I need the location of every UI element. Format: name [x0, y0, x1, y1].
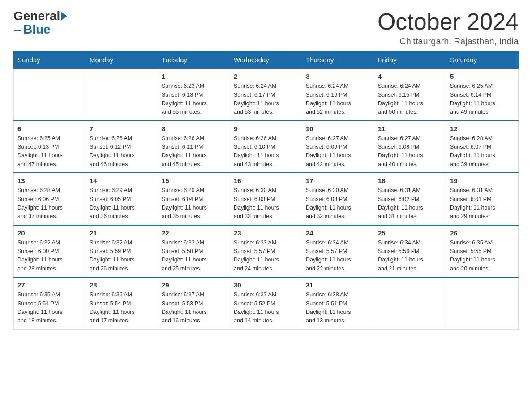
logo-line2: Blue — [14, 23, 51, 37]
weekday-header-saturday: Saturday — [446, 51, 519, 69]
calendar-cell: 30Sunrise: 6:37 AMSunset: 5:52 PMDayligh… — [230, 277, 302, 329]
calendar-cell: 8Sunrise: 6:26 AMSunset: 6:11 PMDaylight… — [158, 121, 230, 173]
day-info: Sunrise: 6:31 AMSunset: 6:02 PMDaylight:… — [378, 186, 442, 221]
logo-bar-icon — [14, 30, 21, 31]
day-info: Sunrise: 6:24 AMSunset: 6:17 PMDaylight:… — [234, 82, 298, 117]
day-number: 7 — [90, 125, 154, 133]
day-number: 13 — [17, 177, 82, 184]
day-info: Sunrise: 6:29 AMSunset: 6:05 PMDaylight:… — [90, 186, 154, 221]
calendar-cell: 31Sunrise: 6:38 AMSunset: 5:51 PMDayligh… — [302, 277, 374, 329]
calendar-cell: 19Sunrise: 6:31 AMSunset: 6:01 PMDayligh… — [446, 173, 519, 225]
day-number: 15 — [162, 177, 226, 184]
day-number: 3 — [306, 73, 370, 80]
day-number: 16 — [234, 177, 298, 184]
day-info: Sunrise: 6:30 AMSunset: 6:03 PMDaylight:… — [234, 186, 298, 221]
calendar-cell: 15Sunrise: 6:29 AMSunset: 6:04 PMDayligh… — [158, 173, 230, 225]
day-number: 6 — [17, 125, 82, 133]
weekday-header-sunday: Sunday — [14, 51, 86, 69]
calendar-cell: 29Sunrise: 6:37 AMSunset: 5:53 PMDayligh… — [158, 277, 230, 329]
calendar-cell: 24Sunrise: 6:34 AMSunset: 5:57 PMDayligh… — [302, 225, 374, 278]
calendar-week-row: 6Sunrise: 6:25 AMSunset: 6:13 PMDaylight… — [14, 121, 519, 173]
day-info: Sunrise: 6:37 AMSunset: 5:53 PMDaylight:… — [162, 291, 226, 325]
day-number: 8 — [162, 125, 226, 133]
calendar-cell: 11Sunrise: 6:27 AMSunset: 6:08 PMDayligh… — [374, 121, 446, 173]
day-info: Sunrise: 6:33 AMSunset: 5:58 PMDaylight:… — [162, 239, 226, 274]
day-number: 1 — [162, 73, 226, 80]
day-number: 29 — [162, 281, 226, 289]
day-number: 24 — [306, 229, 370, 237]
day-number: 30 — [234, 281, 298, 289]
day-number: 22 — [162, 229, 226, 237]
calendar-header-row: SundayMondayTuesdayWednesdayThursdayFrid… — [14, 51, 519, 69]
day-number: 4 — [378, 73, 442, 80]
weekday-header-friday: Friday — [374, 51, 446, 69]
page-header: General Blue October 2024 Chittaurgarh, … — [13, 9, 519, 47]
day-number: 9 — [234, 125, 298, 133]
day-number: 12 — [450, 125, 515, 133]
day-number: 10 — [306, 125, 370, 133]
calendar-cell: 13Sunrise: 6:28 AMSunset: 6:06 PMDayligh… — [14, 173, 86, 225]
day-info: Sunrise: 6:36 AMSunset: 5:54 PMDaylight:… — [90, 291, 154, 325]
day-info: Sunrise: 6:28 AMSunset: 6:06 PMDaylight:… — [17, 186, 82, 221]
day-number: 28 — [90, 281, 154, 289]
day-info: Sunrise: 6:26 AMSunset: 6:10 PMDaylight:… — [234, 134, 298, 169]
day-info: Sunrise: 6:25 AMSunset: 6:13 PMDaylight:… — [17, 134, 82, 169]
calendar-cell: 7Sunrise: 6:26 AMSunset: 6:12 PMDaylight… — [86, 121, 158, 173]
calendar-cell: 2Sunrise: 6:24 AMSunset: 6:17 PMDaylight… — [230, 68, 302, 121]
month-title: October 2024 — [378, 9, 519, 34]
day-info: Sunrise: 6:27 AMSunset: 6:09 PMDaylight:… — [306, 134, 370, 169]
calendar-cell: 22Sunrise: 6:33 AMSunset: 5:58 PMDayligh… — [158, 225, 230, 278]
weekday-header-monday: Monday — [86, 51, 158, 69]
calendar-cell: 12Sunrise: 6:28 AMSunset: 6:07 PMDayligh… — [446, 121, 519, 173]
day-number: 27 — [17, 281, 82, 289]
calendar-cell: 17Sunrise: 6:30 AMSunset: 6:03 PMDayligh… — [302, 173, 374, 225]
day-info: Sunrise: 6:29 AMSunset: 6:04 PMDaylight:… — [162, 186, 226, 221]
day-info: Sunrise: 6:35 AMSunset: 5:55 PMDaylight:… — [450, 239, 515, 274]
calendar-cell: 20Sunrise: 6:32 AMSunset: 6:00 PMDayligh… — [14, 225, 86, 278]
logo-arrow-icon — [61, 12, 67, 21]
calendar-cell: 21Sunrise: 6:32 AMSunset: 5:59 PMDayligh… — [86, 225, 158, 278]
logo: General Blue — [13, 9, 68, 37]
weekday-header-wednesday: Wednesday — [230, 51, 302, 69]
calendar-week-row: 1Sunrise: 6:23 AMSunset: 6:18 PMDaylight… — [14, 68, 519, 121]
weekday-header-tuesday: Tuesday — [158, 51, 230, 69]
day-info: Sunrise: 6:32 AMSunset: 5:59 PMDaylight:… — [90, 239, 154, 274]
day-number: 5 — [450, 73, 515, 80]
calendar-cell — [14, 68, 86, 121]
day-number: 18 — [378, 177, 442, 184]
calendar-cell — [374, 277, 446, 329]
day-info: Sunrise: 6:34 AMSunset: 5:57 PMDaylight:… — [306, 239, 370, 274]
day-info: Sunrise: 6:25 AMSunset: 6:14 PMDaylight:… — [450, 82, 515, 117]
day-number: 21 — [90, 229, 154, 237]
calendar-cell: 3Sunrise: 6:24 AMSunset: 6:16 PMDaylight… — [302, 68, 374, 121]
day-info: Sunrise: 6:26 AMSunset: 6:11 PMDaylight:… — [162, 134, 226, 169]
day-number: 20 — [17, 229, 82, 237]
calendar-cell: 1Sunrise: 6:23 AMSunset: 6:18 PMDaylight… — [158, 68, 230, 121]
calendar-cell: 23Sunrise: 6:33 AMSunset: 5:57 PMDayligh… — [230, 225, 302, 278]
day-number: 2 — [234, 73, 298, 80]
calendar-week-row: 20Sunrise: 6:32 AMSunset: 6:00 PMDayligh… — [14, 225, 519, 278]
calendar-cell: 25Sunrise: 6:34 AMSunset: 5:56 PMDayligh… — [374, 225, 446, 278]
calendar-cell: 27Sunrise: 6:35 AMSunset: 5:54 PMDayligh… — [14, 277, 86, 329]
day-info: Sunrise: 6:38 AMSunset: 5:51 PMDaylight:… — [306, 291, 370, 325]
day-number: 14 — [90, 177, 154, 184]
calendar-cell: 28Sunrise: 6:36 AMSunset: 5:54 PMDayligh… — [86, 277, 158, 329]
calendar-cell — [446, 277, 519, 329]
day-info: Sunrise: 6:30 AMSunset: 6:03 PMDaylight:… — [306, 186, 370, 221]
day-info: Sunrise: 6:27 AMSunset: 6:08 PMDaylight:… — [378, 134, 442, 169]
calendar-cell: 6Sunrise: 6:25 AMSunset: 6:13 PMDaylight… — [14, 121, 86, 173]
day-info: Sunrise: 6:24 AMSunset: 6:16 PMDaylight:… — [306, 82, 370, 117]
day-number: 31 — [306, 281, 370, 289]
calendar-cell: 5Sunrise: 6:25 AMSunset: 6:14 PMDaylight… — [446, 68, 519, 121]
calendar-cell — [86, 68, 158, 121]
day-number: 19 — [450, 177, 515, 184]
day-info: Sunrise: 6:34 AMSunset: 5:56 PMDaylight:… — [378, 239, 442, 274]
logo-general: General — [13, 9, 60, 23]
day-number: 23 — [234, 229, 298, 237]
day-number: 25 — [378, 229, 442, 237]
calendar-cell: 26Sunrise: 6:35 AMSunset: 5:55 PMDayligh… — [446, 225, 519, 278]
weekday-header-thursday: Thursday — [302, 51, 374, 69]
calendar-cell: 9Sunrise: 6:26 AMSunset: 6:10 PMDaylight… — [230, 121, 302, 173]
day-info: Sunrise: 6:33 AMSunset: 5:57 PMDaylight:… — [234, 239, 298, 274]
location: Chittaurgarh, Rajasthan, India — [378, 36, 519, 47]
